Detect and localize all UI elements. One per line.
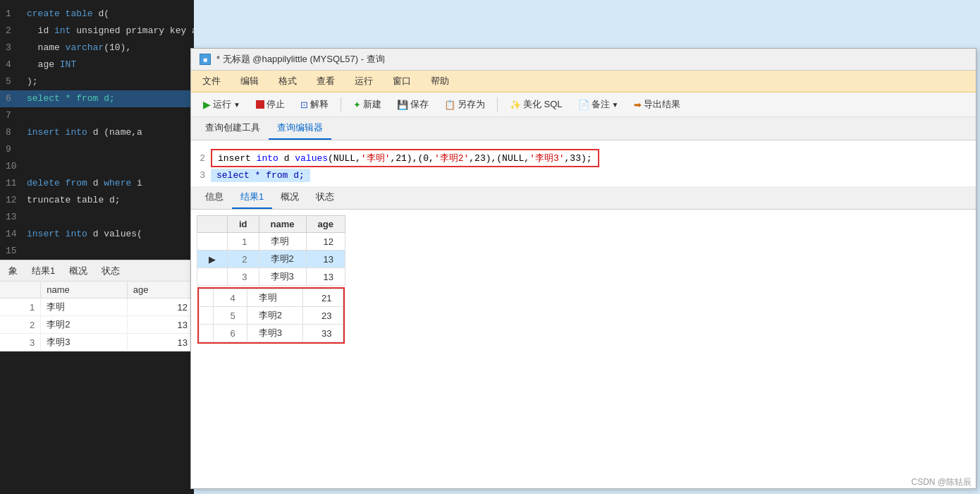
backup-button[interactable]: 📄 备注 ▼ xyxy=(572,95,625,114)
table-row: 6 李明3 33 xyxy=(199,325,343,342)
menu-window[interactable]: 窗口 xyxy=(390,73,414,89)
table-row: 2 李明2 13 xyxy=(0,316,194,334)
export-icon: ➡ xyxy=(634,100,642,110)
window-title: * 无标题 @happilylittle (MYSQL57) - 查询 xyxy=(216,53,385,66)
results-area: id name age 1 李明 12 ▶ xyxy=(191,210,976,351)
sub-tabs: 查询创建工具 查询编辑器 xyxy=(191,117,976,140)
menu-bar: 文件 编辑 格式 查看 运行 窗口 帮助 xyxy=(191,71,976,92)
explain-button[interactable]: ⊡ 解释 xyxy=(294,95,335,114)
stop-button[interactable]: 停止 xyxy=(250,95,291,114)
save-as-button[interactable]: 📋 另存为 xyxy=(438,95,491,114)
code-line-10: 10 xyxy=(0,158,194,175)
query-line-3-wrapper: 3 select * from d; xyxy=(191,169,976,182)
new-icon: ✦ xyxy=(353,100,361,110)
menu-view[interactable]: 查看 xyxy=(314,73,338,89)
code-line-3: 3 name varchar(10), xyxy=(0,40,194,56)
table-row: 4 李明 21 xyxy=(199,289,343,307)
toolbar: ▶ 运行 ▼ 停止 ⊡ 解释 ✦ 新建 💾 保存 📋 另存为 ✨ 美化 SQL xyxy=(191,92,976,117)
query-line-2-wrapper: 2 insert into d values(NULL,'李明',21),(0,… xyxy=(191,149,976,167)
code-line-9: 9 xyxy=(0,141,194,158)
code-line-13: 13 xyxy=(0,209,194,226)
sub-tab-editor[interactable]: 查询编辑器 xyxy=(269,117,331,140)
window-icon: ■ xyxy=(200,54,211,65)
code-line-11: 11 delete from d where i xyxy=(0,175,194,192)
menu-file[interactable]: 文件 xyxy=(200,73,223,89)
left-tab-status[interactable]: 状态 xyxy=(99,263,123,279)
explain-icon: ⊡ xyxy=(300,100,308,110)
table-row-highlight-start: 4 李明 21 5 李明2 23 xyxy=(197,286,345,346)
left-tab-overview[interactable]: 概况 xyxy=(66,263,90,279)
table-row: 5 李明2 23 xyxy=(199,307,343,325)
bottom-tab-result1[interactable]: 结果1 xyxy=(232,186,272,209)
backup-dropdown-icon: ▼ xyxy=(612,101,619,109)
separator-1 xyxy=(341,97,341,112)
bottom-tab-status[interactable]: 状态 xyxy=(307,186,343,209)
code-line-14: 14 insert into d values( xyxy=(0,226,194,243)
bottom-tab-overview[interactable]: 概况 xyxy=(272,186,307,209)
menu-help[interactable]: 帮助 xyxy=(428,73,452,89)
code-line-12: 12 truncate table d; xyxy=(0,192,194,209)
code-line-5: 5 ); xyxy=(0,73,194,90)
left-col-age: age xyxy=(127,282,193,299)
result-col-id: id xyxy=(228,216,259,233)
results-table: id name age 1 李明 12 ▶ xyxy=(197,215,345,345)
beautify-button[interactable]: ✨ 美化 SQL xyxy=(503,95,569,114)
left-tab-icon[interactable]: 象 xyxy=(6,263,20,279)
code-line-6: 6 select * from d; xyxy=(0,90,194,107)
table-row: 1 李明 12 xyxy=(197,233,345,251)
export-button[interactable]: ➡ 导出结果 xyxy=(627,95,687,114)
left-bottom-tabs: 象 结果1 概况 状态 xyxy=(0,260,194,282)
left-tab-result1[interactable]: 结果1 xyxy=(29,263,58,279)
code-line-1: 1 create table d( xyxy=(0,6,194,23)
code-line-8: 8 insert into d (name,a xyxy=(0,124,194,141)
run-button[interactable]: ▶ 运行 ▼ xyxy=(197,95,247,114)
save-as-icon: 📋 xyxy=(444,100,455,110)
menu-format[interactable]: 格式 xyxy=(276,73,300,89)
table-row: ▶ 2 李明2 13 xyxy=(197,251,345,268)
save-button[interactable]: 💾 保存 xyxy=(391,95,435,114)
menu-edit[interactable]: 编辑 xyxy=(238,73,262,89)
navicat-window: ■ * 无标题 @happilylittle (MYSQL57) - 查询 文件… xyxy=(190,48,976,489)
select-statement: select * from d; xyxy=(211,169,310,182)
result-col-arrow xyxy=(197,216,228,233)
insert-statement: insert into d values(NULL,'李明',21),(0,'李… xyxy=(211,149,599,167)
save-icon: 💾 xyxy=(397,100,408,110)
left-col-name: name xyxy=(41,282,127,299)
table-row: 1 李明 12 xyxy=(0,299,194,316)
left-result-table: name age 1 李明 12 2 李明2 13 3 李明3 13 xyxy=(0,281,194,351)
menu-run[interactable]: 运行 xyxy=(352,73,376,89)
result-col-age: age xyxy=(306,216,345,233)
line-num-2: 2 xyxy=(191,153,205,164)
bottom-tabs: 信息 结果1 概况 状态 xyxy=(191,186,976,210)
bottom-panel: 信息 结果1 概况 状态 id name age xyxy=(191,186,976,488)
left-col-id xyxy=(0,282,41,299)
code-line-7: 7 xyxy=(0,107,194,124)
bottom-tab-info[interactable]: 信息 xyxy=(197,186,232,209)
backup-icon: 📄 xyxy=(578,100,589,110)
left-code-editor: 1 create table d( 2 id int unsigned prim… xyxy=(0,0,194,494)
code-line-4: 4 age INT xyxy=(0,56,194,73)
sub-tab-builder[interactable]: 查询创建工具 xyxy=(197,117,269,140)
line-num-3: 3 xyxy=(191,170,205,181)
table-row: 3 李明3 13 xyxy=(0,334,194,351)
new-button[interactable]: ✦ 新建 xyxy=(347,95,388,114)
beautify-icon: ✨ xyxy=(510,100,521,110)
separator-2 xyxy=(497,97,498,112)
run-icon: ▶ xyxy=(203,99,211,110)
result-col-name: name xyxy=(259,216,306,233)
watermark: CSDN @陈轱辰 xyxy=(911,476,972,488)
stop-icon xyxy=(256,100,264,109)
code-line-2: 2 id int unsigned primary key auto_incre… xyxy=(0,23,194,40)
code-line-15: 15 xyxy=(0,243,194,260)
title-bar: ■ * 无标题 @happilylittle (MYSQL57) - 查询 xyxy=(191,49,976,71)
table-row: 3 李明3 13 xyxy=(197,268,345,286)
run-dropdown-icon: ▼ xyxy=(233,101,240,109)
